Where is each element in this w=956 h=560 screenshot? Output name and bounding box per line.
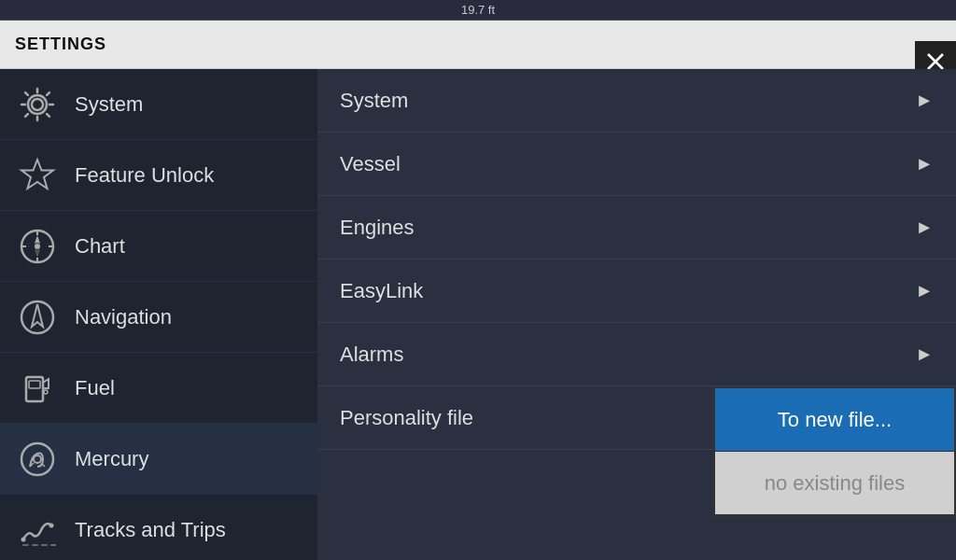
- sidebar-item-label: Mercury: [75, 447, 148, 471]
- chevron-right-icon: ►: [915, 343, 934, 365]
- chevron-right-icon: ►: [915, 90, 934, 111]
- sidebar-item-tracks-trips[interactable]: Tracks and Trips: [0, 495, 317, 560]
- svg-point-6: [35, 244, 40, 249]
- svg-rect-16: [29, 381, 40, 388]
- chevron-right-icon: ►: [915, 153, 934, 175]
- nav-icon: [15, 295, 60, 340]
- menu-item-system[interactable]: System ►: [317, 69, 956, 133]
- tracks-icon: [15, 508, 60, 553]
- compass-icon: [15, 224, 60, 269]
- svg-marker-14: [32, 304, 43, 327]
- menu-item-alarms[interactable]: Alarms ►: [317, 323, 956, 386]
- main-content: System Feature Unlock: [0, 69, 956, 560]
- sidebar-item-label: System: [75, 92, 143, 117]
- settings-header: SETTINGS: [0, 21, 956, 69]
- dropdown-option-label: To new file...: [778, 408, 892, 432]
- menu-item-easylink[interactable]: EasyLink ►: [317, 259, 956, 323]
- gear-icon: [15, 82, 60, 127]
- menu-item-vessel[interactable]: Vessel ►: [317, 133, 956, 196]
- dropdown-option-no-files: no existing files: [715, 452, 954, 515]
- svg-marker-4: [21, 160, 53, 189]
- menu-item-label: Vessel: [340, 152, 401, 176]
- svg-point-20: [21, 537, 26, 541]
- chevron-right-icon: ►: [915, 217, 934, 238]
- menu-item-label: System: [340, 89, 408, 113]
- sidebar-item-system[interactable]: System: [0, 69, 317, 140]
- settings-title: SETTINGS: [15, 35, 106, 54]
- sidebar-item-mercury[interactable]: Mercury: [0, 424, 317, 495]
- sidebar: System Feature Unlock: [0, 69, 317, 560]
- right-panel: System ► Vessel ► Engines ► EasyLink ► A…: [317, 69, 956, 560]
- dropdown-option-new-file[interactable]: To new file...: [715, 388, 954, 452]
- menu-item-label: EasyLink: [340, 279, 423, 303]
- menu-item-engines[interactable]: Engines ►: [317, 196, 956, 259]
- menu-item-personality-file[interactable]: Personality file To new file... no exist…: [317, 386, 956, 450]
- svg-marker-12: [35, 249, 40, 258]
- svg-marker-11: [35, 235, 40, 244]
- dropdown-option-label: no existing files: [765, 471, 905, 496]
- distance-display: 19.7 ft: [461, 3, 495, 17]
- svg-point-17: [44, 390, 48, 394]
- sidebar-item-navigation[interactable]: Navigation: [0, 282, 317, 353]
- sidebar-item-feature-unlock[interactable]: Feature Unlock: [0, 140, 317, 211]
- star-icon: [15, 153, 60, 198]
- svg-point-18: [21, 443, 53, 475]
- menu-item-label: Engines: [340, 216, 415, 240]
- mercury-icon: [15, 437, 60, 482]
- sidebar-item-label: Feature Unlock: [75, 163, 214, 188]
- menu-item-label: Personality file: [340, 406, 473, 430]
- sidebar-item-chart[interactable]: Chart: [0, 211, 317, 282]
- fuel-icon: [15, 366, 60, 411]
- svg-point-21: [49, 523, 54, 527]
- svg-point-2: [32, 99, 43, 110]
- top-bar: 19.7 ft: [0, 0, 956, 21]
- dropdown-popup: To new file... no existing files: [713, 386, 956, 517]
- sidebar-item-label: Fuel: [75, 376, 115, 400]
- menu-item-label: Alarms: [340, 343, 403, 367]
- svg-point-19: [34, 455, 41, 463]
- sidebar-item-label: Chart: [75, 234, 125, 259]
- sidebar-item-label: Navigation: [75, 305, 172, 329]
- chevron-right-icon: ►: [915, 280, 934, 301]
- sidebar-item-fuel[interactable]: Fuel: [0, 353, 317, 424]
- sidebar-item-label: Tracks and Trips: [75, 518, 226, 542]
